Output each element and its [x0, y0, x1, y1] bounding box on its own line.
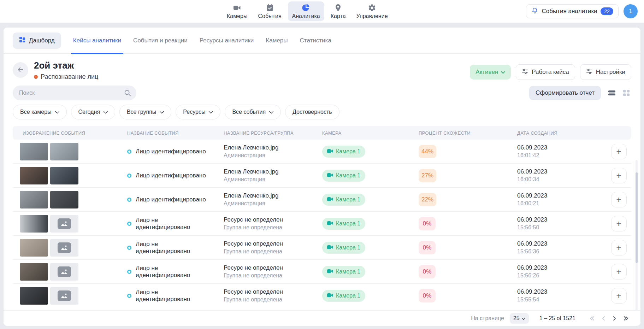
filter-confidence[interactable]: Достоверность [285, 105, 339, 119]
resource-cell: Ресурс не определен Группа не определена [214, 264, 312, 279]
camera-badge[interactable]: Камера 1 [322, 146, 365, 158]
percent-badge: 27% [419, 169, 436, 182]
avatar[interactable]: 1 [624, 4, 638, 18]
analytics-tabs: Дашборд Кейсы аналитики События и реакци… [4, 28, 640, 54]
analytics-events-button[interactable]: События аналитики 22 [526, 4, 619, 18]
percent-badge: 0% [419, 241, 436, 254]
camera-badge[interactable]: Камера 1 [322, 242, 365, 254]
case-status-dropdown[interactable]: Активен [470, 65, 511, 80]
per-page-select[interactable]: 25 [510, 313, 529, 324]
search-input[interactable] [13, 86, 136, 100]
column-header: НАЗВАНИЕ РЕСУРСА/ГРУППА [214, 130, 312, 136]
settings-button[interactable]: Настройки [580, 64, 631, 80]
actions-cell: + [606, 288, 631, 304]
add-to-report-button[interactable]: + [611, 288, 627, 304]
event-name: Лицо не идентифицировано [136, 217, 214, 231]
event-type-icon [127, 246, 131, 250]
resource-thumbnail[interactable] [50, 191, 78, 208]
vertical-scrollbar[interactable] [636, 160, 638, 316]
table-row: Лицо не идентифицировано Ресурс не опред… [13, 212, 631, 236]
nav-label: События [258, 13, 282, 19]
nav-item-management[interactable]: Управление [352, 1, 392, 21]
filter-resources[interactable]: Ресурсы [176, 105, 220, 119]
camera-badge[interactable]: Камера 1 [322, 218, 365, 230]
chevron-down-icon [160, 109, 164, 115]
filter-date[interactable]: Сегодня [71, 105, 115, 119]
percent-cell: 0% [409, 265, 507, 278]
add-to-report-button[interactable]: + [611, 168, 627, 183]
nav-item-analytics[interactable]: Аналитика [288, 1, 324, 21]
event-thumbnail[interactable] [20, 287, 48, 305]
tab-analytics-cases[interactable]: Кейсы аналитики [73, 28, 121, 54]
camera-icon [327, 269, 333, 275]
camera-badge[interactable]: Камера 1 [322, 266, 365, 278]
dashboard-grid-icon [19, 36, 25, 45]
add-to-report-button[interactable]: + [611, 144, 627, 159]
event-name-cell: Лицо не идентифицировано [117, 289, 214, 303]
image-placeholder-icon [58, 266, 71, 277]
nav-item-cameras[interactable]: Камеры [223, 1, 252, 21]
last-page-button[interactable] [622, 315, 630, 322]
event-thumbnail[interactable] [20, 239, 48, 257]
resource-cell: Елена Левченко.jpg Администрация [214, 192, 312, 207]
back-button[interactable] [13, 62, 28, 78]
events-button-label: События аналитики [542, 8, 597, 15]
add-to-report-button[interactable]: + [611, 264, 627, 280]
tab-analytics-resources[interactable]: Ресурсы аналитики [200, 28, 254, 54]
resource-cell: Ресурс не определен Группа не определена [214, 240, 312, 255]
nav-item-events[interactable]: События [254, 1, 286, 21]
event-name: Лицо не идентифицировано [136, 265, 214, 279]
date-cell: 06.09.2023 15:56:50 [507, 216, 606, 231]
event-name-cell: Лицо не идентифицировано [117, 241, 214, 255]
resource-thumbnail[interactable] [50, 167, 78, 184]
actions-cell: + [606, 216, 631, 231]
camera-badge[interactable]: Камера 1 [322, 170, 365, 182]
grid-view-button[interactable] [623, 89, 630, 96]
first-page-button[interactable] [588, 315, 596, 322]
scrollbar-thumb[interactable] [636, 172, 638, 263]
camera-cell: Камера 1 [312, 242, 409, 254]
percent-badge: 0% [419, 265, 436, 278]
event-thumbnail[interactable] [20, 167, 48, 184]
event-type-icon [127, 174, 131, 178]
add-to-report-button[interactable]: + [611, 240, 627, 255]
add-to-report-button[interactable]: + [611, 216, 627, 231]
resource-thumbnail[interactable] [50, 263, 78, 281]
list-view-button[interactable] [608, 90, 616, 96]
filters-bar: Все камеры Сегодня Все группы Ресурсы Вс… [4, 100, 640, 119]
filter-all-groups[interactable]: Все группы [119, 105, 171, 119]
camera-badge[interactable]: Камера 1 [322, 194, 365, 206]
tab-events-reactions[interactable]: События и реакции [133, 28, 188, 54]
event-thumbnail[interactable] [20, 263, 48, 281]
camera-badge[interactable]: Камера 1 [322, 290, 365, 302]
percent-badge: 0% [419, 289, 436, 302]
event-thumbnail[interactable] [20, 143, 48, 160]
resource-thumbnail[interactable] [50, 239, 78, 257]
event-thumbnail[interactable] [20, 215, 48, 233]
table-row: Лицо идентифицировано Елена Левченко.jpg… [13, 164, 631, 188]
camera-name: Камера 1 [336, 172, 360, 179]
percent-cell: 22% [409, 193, 507, 206]
filter-all-events[interactable]: Все события [225, 105, 281, 119]
next-page-button[interactable] [611, 315, 617, 322]
event-time: 15:56:36 [517, 248, 539, 255]
event-thumbnail[interactable] [20, 191, 48, 208]
filter-all-cameras[interactable]: Все камеры [13, 105, 67, 119]
page-background: Дашборд Кейсы аналитики События и реакци… [0, 23, 644, 329]
resource-thumbnail[interactable] [50, 287, 78, 305]
tab-statistics[interactable]: Статистика [300, 28, 331, 54]
tab-cameras[interactable]: Камеры [266, 28, 288, 54]
event-time: 15:56:50 [517, 224, 539, 231]
add-to-report-button[interactable]: + [611, 192, 627, 207]
case-work-button[interactable]: Работа кейса [516, 64, 575, 80]
chevron-down-icon [501, 69, 505, 76]
generate-report-button[interactable]: Сформировать отчет [529, 86, 601, 100]
tab-dashboard[interactable]: Дашборд [13, 33, 61, 49]
resource-cell: Елена Левченко.jpg Администрация [214, 144, 312, 159]
resource-thumbnail[interactable] [50, 215, 78, 233]
prev-page-button[interactable] [601, 315, 607, 322]
nav-item-map[interactable]: Карта [326, 1, 350, 21]
percent-cell: 27% [409, 169, 507, 182]
resource-thumbnail[interactable] [50, 143, 78, 160]
resource-name: Елена Левченко.jpg [224, 192, 278, 199]
